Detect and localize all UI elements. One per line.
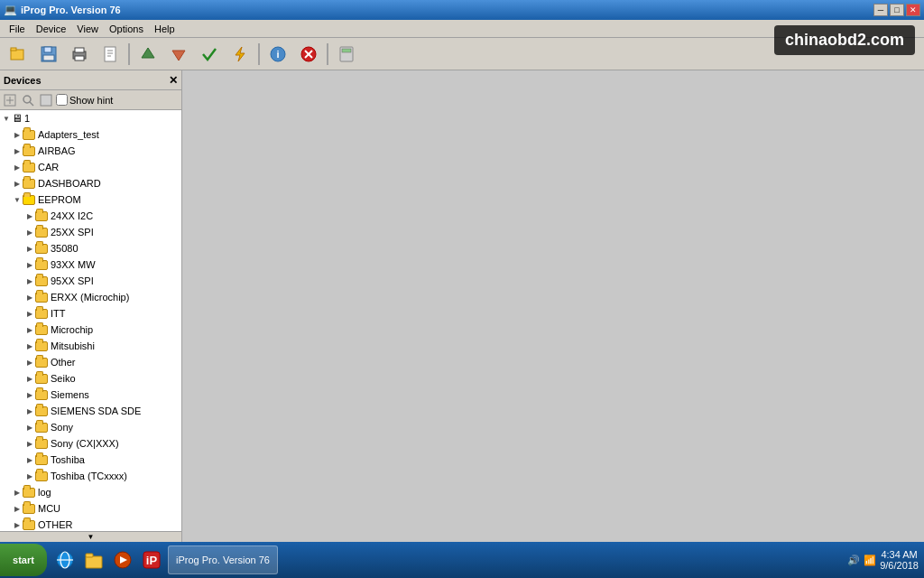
tree-item-microchip[interactable]: ▶ Microchip bbox=[0, 322, 181, 338]
tree-label-airbag: AIRBAG bbox=[38, 145, 76, 156]
svg-marker-12 bbox=[142, 48, 154, 58]
tree-item-25xxspi[interactable]: ▶ 25XX SPI bbox=[0, 224, 181, 240]
tree-label-siemens: Siemens bbox=[51, 389, 89, 400]
tree-item-other-eeprom[interactable]: ▶ Other bbox=[0, 354, 181, 370]
new-button[interactable] bbox=[96, 41, 125, 68]
taskbar-iprog-icon[interactable]: iP bbox=[139, 547, 164, 573]
svg-rect-37 bbox=[86, 556, 102, 568]
tree-item-35080[interactable]: ▶ 35080 bbox=[0, 240, 181, 256]
down-button[interactable] bbox=[164, 41, 193, 68]
taskbar-folder-icon[interactable] bbox=[81, 547, 106, 573]
tree-item-itt[interactable]: ▶ ITT bbox=[0, 305, 181, 322]
tree-arrow-other: ▶ bbox=[13, 520, 22, 529]
svg-rect-3 bbox=[44, 47, 51, 52]
tree-arrow-mitsubishi: ▶ bbox=[25, 341, 34, 350]
flash-button[interactable] bbox=[226, 41, 254, 68]
stop-button[interactable] bbox=[294, 41, 323, 68]
tree-arrow-seiko: ▶ bbox=[25, 374, 34, 383]
tree-item-log[interactable]: ▶ log bbox=[0, 484, 181, 500]
tree-label-eeprom: EEPROM bbox=[38, 194, 81, 205]
taskbar-media-icon[interactable] bbox=[110, 547, 135, 573]
close-button[interactable]: ✕ bbox=[906, 4, 920, 16]
folder-icon-seiko bbox=[35, 374, 48, 384]
folder-icon-95xxspi bbox=[35, 276, 48, 286]
calc-button[interactable] bbox=[332, 41, 361, 68]
show-hint-checkbox[interactable] bbox=[56, 94, 68, 106]
tree-item-93xxmw[interactable]: ▶ 93XX MW bbox=[0, 256, 181, 273]
title-controls: ─ □ ✕ bbox=[873, 4, 920, 16]
tree-container[interactable]: ▼ 🖥 1 ▶ Adapters_test ▶ AIRBAG ▶ CAR bbox=[0, 110, 181, 542]
svg-point-25 bbox=[23, 96, 31, 103]
tree-item-sony-cx[interactable]: ▶ Sony (CX|XXX) bbox=[0, 435, 181, 452]
tree-item-toshiba-tc[interactable]: ▶ Toshiba (TCxxxx) bbox=[0, 468, 181, 484]
menu-device[interactable]: Device bbox=[31, 22, 72, 36]
save-button[interactable] bbox=[34, 41, 63, 68]
tree-item-airbag[interactable]: ▶ AIRBAG bbox=[0, 143, 181, 159]
active-window-button[interactable]: iProg Pro. Version 76 bbox=[168, 545, 278, 574]
folder-icon-sony bbox=[35, 423, 48, 433]
tree-item-mitsubishi[interactable]: ▶ Mitsubishi bbox=[0, 338, 181, 354]
tree-item-root[interactable]: ▼ 🖥 1 bbox=[0, 110, 181, 126]
tree-label-microchip: Microchip bbox=[51, 324, 93, 335]
tree-item-adapters[interactable]: ▶ Adapters_test bbox=[0, 126, 181, 143]
tree-arrow-airbag: ▶ bbox=[13, 146, 22, 155]
tree-item-24xxi2c[interactable]: ▶ 24XX I2C bbox=[0, 208, 181, 224]
tree-arrow-adapters: ▶ bbox=[13, 130, 22, 139]
minimize-button[interactable]: ─ bbox=[873, 4, 888, 16]
tree-arrow-dashboard: ▶ bbox=[13, 179, 22, 188]
tree-arrow-toshiba-tc: ▶ bbox=[25, 471, 34, 480]
menu-file[interactable]: File bbox=[4, 22, 31, 36]
svg-rect-4 bbox=[43, 55, 54, 61]
info-button[interactable]: i bbox=[263, 41, 292, 68]
tree-label-itt: ITT bbox=[51, 308, 66, 319]
folder-icon-other bbox=[23, 520, 35, 530]
tree-label-24xxi2c: 24XX I2C bbox=[51, 210, 93, 221]
tree-item-toshiba[interactable]: ▶ Toshiba bbox=[0, 452, 181, 468]
svg-rect-1 bbox=[11, 48, 16, 51]
check-button[interactable] bbox=[195, 41, 224, 68]
tree-item-95xxspi[interactable]: ▶ 95XX SPI bbox=[0, 273, 181, 289]
watermark: chinaobd2.com bbox=[774, 25, 915, 55]
svg-marker-13 bbox=[172, 51, 185, 61]
folder-icon-log bbox=[23, 488, 35, 498]
tree-item-erxx[interactable]: ▶ ERXX (Microchip) bbox=[0, 289, 181, 305]
tree-arrow-other-eeprom: ▶ bbox=[25, 358, 34, 367]
tree-item-seiko[interactable]: ▶ Seiko bbox=[0, 370, 181, 387]
print-button[interactable] bbox=[65, 41, 94, 68]
open-button[interactable] bbox=[4, 41, 32, 68]
taskbar-ie-icon[interactable] bbox=[52, 547, 78, 573]
up-button[interactable] bbox=[134, 41, 162, 68]
tree-arrow-microchip: ▶ bbox=[25, 325, 34, 334]
tree-arrow-siemens: ▶ bbox=[25, 390, 34, 399]
folder-icon-eeprom bbox=[23, 195, 35, 205]
menu-view[interactable]: View bbox=[71, 22, 104, 36]
tree-arrow-sony: ▶ bbox=[25, 423, 34, 432]
start-button[interactable]: start bbox=[0, 544, 47, 576]
tree-item-dashboard[interactable]: ▶ DASHBOARD bbox=[0, 175, 181, 191]
device-btn-1[interactable] bbox=[2, 92, 18, 108]
tree-label-sony-cx: Sony (CX|XXX) bbox=[51, 438, 119, 449]
tree-item-siemens-sda[interactable]: ▶ SIEMENS SDA SDE bbox=[0, 403, 181, 419]
tree-item-sony[interactable]: ▶ Sony bbox=[0, 419, 181, 435]
tree-label-sony: Sony bbox=[51, 422, 73, 433]
tree-item-eeprom[interactable]: ▼ EEPROM bbox=[0, 191, 181, 208]
tree-item-siemens[interactable]: ▶ Siemens bbox=[0, 387, 181, 403]
tree-item-car[interactable]: ▶ CAR bbox=[0, 159, 181, 175]
tree-arrow-93xxmw: ▶ bbox=[25, 260, 34, 269]
show-hint-checkbox-label[interactable]: Show hint bbox=[56, 94, 113, 106]
tree-label-95xxspi: 95XX SPI bbox=[51, 275, 94, 286]
devices-close-button[interactable]: ✕ bbox=[169, 74, 178, 87]
maximize-button[interactable]: □ bbox=[890, 4, 904, 16]
device-toolbar: Show hint bbox=[0, 90, 181, 110]
device-btn-search[interactable] bbox=[20, 92, 36, 108]
work-area bbox=[182, 70, 924, 542]
start-label: start bbox=[13, 555, 34, 565]
tree-item-mcu[interactable]: ▶ MCU bbox=[0, 500, 181, 517]
menu-options[interactable]: Options bbox=[104, 22, 149, 36]
left-panel-scrollbar-bottom[interactable]: ▼ bbox=[0, 531, 181, 542]
menu-help[interactable]: Help bbox=[149, 22, 180, 36]
device-btn-3[interactable] bbox=[38, 92, 54, 108]
folder-icon-itt bbox=[35, 309, 48, 319]
tree-label-25xxspi: 25XX SPI bbox=[51, 227, 94, 238]
tree-arrow-24xxi2c: ▶ bbox=[25, 211, 34, 220]
